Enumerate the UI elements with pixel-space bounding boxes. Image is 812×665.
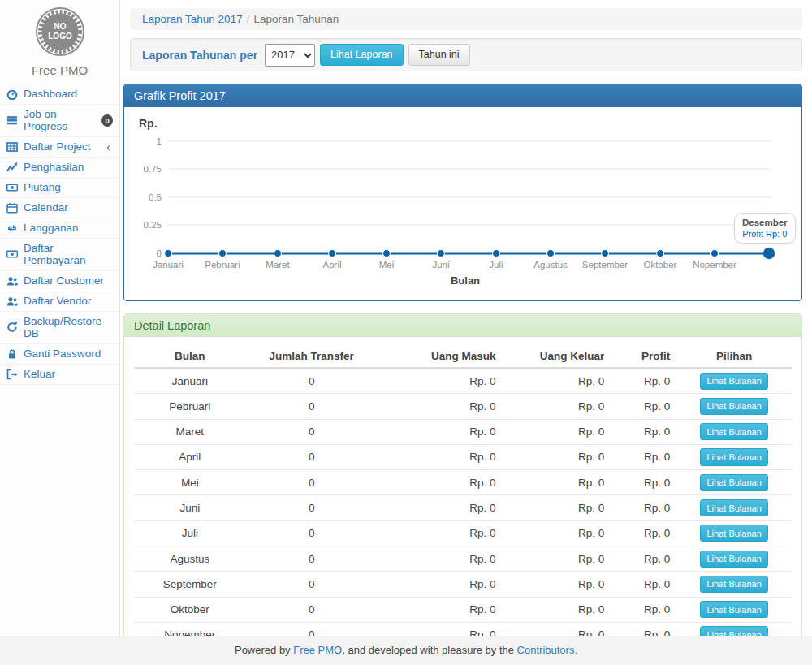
refresh-icon — [6, 322, 19, 333]
sidebar-item-job-on-progress[interactable]: Job on Progress 0 — [0, 105, 119, 137]
lihat-bulanan-button[interactable]: Lihat Bulanan — [700, 576, 767, 593]
chevron-left-icon: ‹ — [106, 142, 113, 152]
x-tick: Januari — [153, 260, 184, 270]
money-icon — [6, 182, 19, 193]
svg-text:NO: NO — [54, 22, 66, 31]
data-point — [657, 250, 664, 257]
table-header-row: Bulan Jumlah Transfer Uang Masuk Uang Ke… — [134, 345, 792, 368]
table-row: Juni0Rp. 0Rp. 0Rp. 0Lihat Bulanan — [134, 495, 792, 520]
sidebar-item-daftar-vendor[interactable]: Daftar Vendor — [0, 291, 119, 312]
y-tick: 1 — [157, 136, 162, 146]
lihat-bulanan-button[interactable]: Lihat Bulanan — [700, 398, 767, 415]
page-footer: Powered by Free PMO, and developed with … — [0, 636, 812, 665]
sidebar-item-label: Daftar Project — [24, 140, 91, 153]
sidebar-item-ganti-password[interactable]: Ganti Password — [0, 344, 119, 365]
data-point — [602, 250, 609, 257]
column-header-profit: Profit — [611, 345, 676, 368]
lihat-bulanan-button[interactable]: Lihat Bulanan — [700, 601, 767, 618]
lihat-bulanan-button[interactable]: Lihat Bulanan — [700, 373, 767, 390]
chart-panel-title: Grafik Profit 2017 — [124, 84, 801, 107]
y-tick: 0.5 — [149, 192, 162, 202]
x-tick: Oktober — [644, 260, 677, 270]
tahun-ini-button[interactable]: Tahun ini — [408, 44, 470, 67]
sidebar-item-label: Keluar — [24, 368, 55, 380]
table-row: September0Rp. 0Rp. 0Rp. 0Lihat Bulanan — [134, 572, 792, 597]
no-logo-badge-icon: NO LOGO — [34, 6, 86, 58]
table-row: Agustus0Rp. 0Rp. 0Rp. 0Lihat Bulanan — [134, 546, 792, 571]
lihat-bulanan-button[interactable]: Lihat Bulanan — [700, 499, 767, 516]
tooltip-month: Desember — [742, 218, 788, 227]
data-point — [219, 250, 227, 257]
filter-label: Laporan Tahunan per — [142, 49, 257, 62]
chart-y-axis-title: Rp. — [139, 117, 158, 130]
x-tick: Juni — [432, 260, 449, 270]
footer-link-free-pmo[interactable]: Free PMO — [293, 644, 342, 656]
data-point — [493, 250, 500, 257]
table-row: Mei0Rp. 0Rp. 0Rp. 0Lihat Bulanan — [134, 470, 792, 495]
year-select[interactable]: 2017 — [265, 44, 315, 67]
retweet-icon — [6, 222, 19, 234]
sidebar: NO LOGO Free PMO Dashboard Job on Progre… — [0, 0, 120, 636]
lihat-bulanan-button[interactable]: Lihat Bulanan — [700, 525, 767, 542]
column-header-transfer: Jumlah Transfer — [246, 345, 378, 368]
logo-area: NO LOGO Free PMO — [0, 0, 119, 84]
svg-text:LOGO: LOGO — [48, 32, 72, 41]
data-point — [438, 250, 445, 257]
lihat-laporan-button[interactable]: Lihat Laporan — [320, 44, 403, 67]
lihat-bulanan-button[interactable]: Lihat Bulanan — [700, 474, 767, 491]
column-header-masuk: Uang Masuk — [378, 345, 503, 368]
sidebar-item-label: Daftar Customer — [24, 274, 104, 287]
sidebar-item-label: Piutang — [24, 181, 61, 193]
x-tick: Agustus — [533, 260, 568, 270]
y-tick: 0.25 — [144, 220, 162, 230]
sidebar-item-keluar[interactable]: Keluar — [0, 365, 119, 385]
sidebar-item-label: Backup/Restore DB — [24, 315, 113, 339]
sidebar-item-daftar-project[interactable]: Daftar Project ‹ — [0, 137, 119, 158]
sidebar-item-label: Daftar Vendor — [24, 295, 91, 307]
data-point — [274, 250, 282, 257]
x-tick: Juli — [489, 260, 503, 270]
x-tick: Pebruari — [205, 260, 240, 270]
sidebar-item-label: Dashboard — [24, 88, 77, 100]
sidebar-item-dashboard[interactable]: Dashboard — [0, 84, 119, 105]
dashboard-icon — [6, 89, 19, 100]
data-point — [547, 250, 555, 257]
breadcrumb-separator: / — [247, 13, 250, 25]
data-point — [711, 250, 719, 257]
sidebar-item-label: Ganti Password — [24, 348, 101, 360]
lihat-bulanan-button[interactable]: Lihat Bulanan — [700, 551, 767, 568]
sidebar-item-backup-restore-db[interactable]: Backup/Restore DB — [0, 312, 119, 344]
lihat-bulanan-button[interactable]: Lihat Bulanan — [700, 448, 767, 465]
sidebar-nav: Dashboard Job on Progress 0 Daftar Proje… — [0, 84, 119, 385]
sidebar-item-label: Penghasilan — [24, 161, 84, 173]
y-tick: 0.75 — [144, 164, 162, 174]
sidebar-item-daftar-customer[interactable]: Daftar Customer — [0, 271, 119, 291]
sidebar-item-daftar-pembayaran[interactable]: Daftar Pembayaran — [0, 239, 119, 271]
table-row: Januari0Rp. 0Rp. 0Rp. 0Lihat Bulanan — [134, 368, 792, 394]
breadcrumb: Laporan Tahun 2017/Laporan Tahunan — [130, 8, 802, 30]
data-point — [165, 250, 172, 257]
table-row: April0Rp. 0Rp. 0Rp. 0Lihat Bulanan — [134, 444, 792, 469]
line-chart-icon — [6, 162, 19, 173]
table-icon — [6, 141, 19, 153]
brand-name: Free PMO — [0, 63, 119, 77]
breadcrumb-link-laporan-tahun[interactable]: Laporan Tahun 2017 — [142, 13, 243, 25]
data-point-highlighted — [763, 248, 775, 259]
footer-text: , and developed with pleasure by the — [342, 644, 514, 656]
data-point — [383, 250, 391, 257]
sidebar-item-calendar[interactable]: Calendar — [0, 198, 119, 218]
sidebar-item-piutang[interactable]: Piutang — [0, 178, 119, 198]
column-header-keluar: Uang Keluar — [503, 345, 611, 368]
footer-link-contributors[interactable]: Contributors. — [517, 644, 577, 656]
chart-x-axis-title: Bulan — [451, 274, 480, 287]
breadcrumb-current: Laporan Tahunan — [253, 13, 339, 25]
x-tick: September — [582, 260, 628, 270]
money-icon — [6, 248, 19, 260]
profit-chart-panel: Grafik Profit 2017 Rp. 1 0.75 0.5 0.25 0 — [123, 84, 802, 301]
table-row: Pebruari0Rp. 0Rp. 0Rp. 0Lihat Bulanan — [134, 394, 792, 419]
sidebar-item-penghasilan[interactable]: Penghasilan — [0, 158, 119, 178]
sidebar-item-label: Langganan — [24, 222, 79, 234]
table-row: Maret0Rp. 0Rp. 0Rp. 0Lihat Bulanan — [134, 419, 792, 444]
sidebar-item-langganan[interactable]: Langganan — [0, 218, 119, 239]
lihat-bulanan-button[interactable]: Lihat Bulanan — [700, 423, 767, 440]
